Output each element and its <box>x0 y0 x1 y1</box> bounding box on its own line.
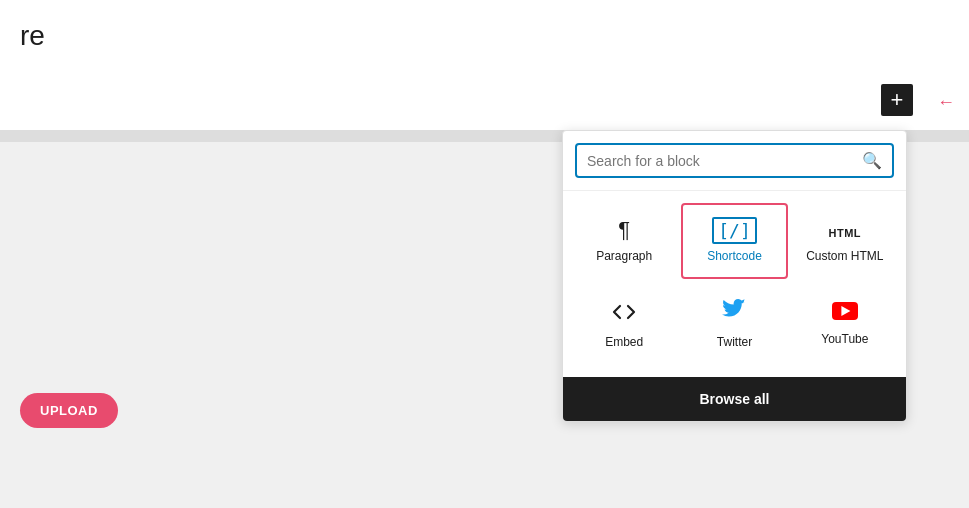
search-area: 🔍 <box>563 131 906 191</box>
custom-html-icon: HTML <box>829 219 862 241</box>
block-item-paragraph[interactable]: ¶ Paragraph <box>571 203 677 279</box>
block-item-twitter[interactable]: Twitter <box>681 283 787 365</box>
block-picker-popup: 🔍 ¶ Paragraph [/] Shortcode HTML Custom … <box>562 130 907 422</box>
youtube-icon <box>832 302 858 324</box>
upload-button[interactable]: UPLOAD <box>20 393 118 428</box>
block-label-custom-html: Custom HTML <box>806 249 883 263</box>
block-label-shortcode: Shortcode <box>707 249 762 263</box>
block-item-embed[interactable]: Embed <box>571 283 677 365</box>
search-wrapper: 🔍 <box>575 143 894 178</box>
block-item-shortcode[interactable]: [/] Shortcode <box>681 203 787 279</box>
arrow-icon: ← <box>937 92 955 113</box>
search-icon: 🔍 <box>862 151 882 170</box>
paragraph-icon: ¶ <box>618 219 630 241</box>
twitter-icon <box>722 299 746 327</box>
block-label-paragraph: Paragraph <box>596 249 652 263</box>
block-grid: ¶ Paragraph [/] Shortcode HTML Custom HT… <box>563 191 906 377</box>
block-label-embed: Embed <box>605 335 643 349</box>
search-input[interactable] <box>587 153 862 169</box>
embed-icon <box>612 300 636 327</box>
block-label-twitter: Twitter <box>717 335 752 349</box>
shortcode-icon: [/] <box>712 219 757 241</box>
page-title: re <box>20 20 45 52</box>
browse-all-button[interactable]: Browse all <box>563 377 906 421</box>
block-label-youtube: YouTube <box>821 332 868 346</box>
block-item-custom-html[interactable]: HTML Custom HTML <box>792 203 898 279</box>
block-item-youtube[interactable]: YouTube <box>792 283 898 365</box>
add-block-button[interactable]: + <box>881 84 913 116</box>
